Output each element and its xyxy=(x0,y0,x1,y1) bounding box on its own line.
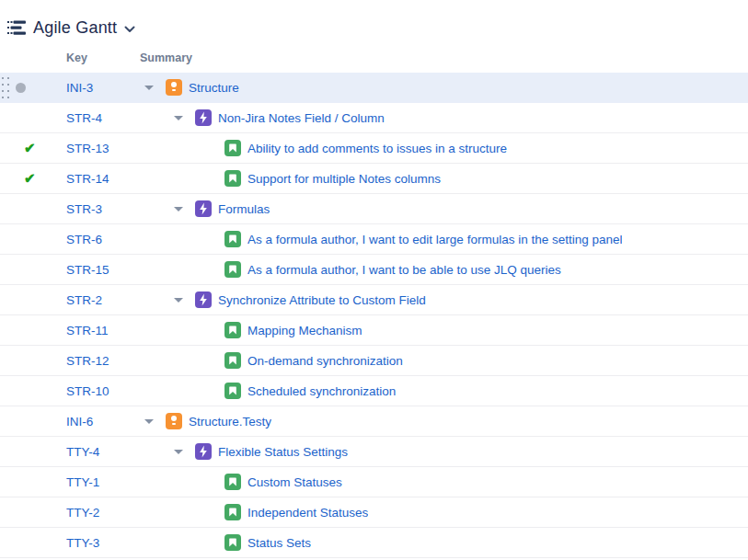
issue-summary-link[interactable]: Flexible Status Settings xyxy=(218,445,348,459)
issue-row[interactable]: ✔ STR-13 Ability to add comments to issu… xyxy=(0,133,748,164)
issue-row[interactable]: STR-6 As a formula author, I want to edi… xyxy=(0,224,748,255)
issue-key-link[interactable]: STR-3 xyxy=(66,202,140,216)
row-gutter xyxy=(0,224,66,254)
lightning-icon xyxy=(195,109,212,126)
issue-summary-link[interactable]: Structure xyxy=(189,81,239,95)
issue-summary-link[interactable]: Mapping Mechanism xyxy=(247,324,362,337)
issue-row[interactable]: STR-15 As a formula author, I want to be… xyxy=(0,255,748,285)
lightbulb-icon xyxy=(169,82,178,93)
bookmark-icon xyxy=(224,170,241,187)
bookmark-icon xyxy=(224,383,241,399)
lightning-icon xyxy=(195,291,212,308)
issue-row[interactable]: TTY-3 Status Sets xyxy=(0,528,748,558)
summary-cell: Structure.Testy xyxy=(140,406,748,436)
issue-key-link[interactable]: STR-10 xyxy=(66,384,140,398)
drag-handle-icon[interactable] xyxy=(2,77,10,99)
issue-key-link[interactable]: STR-13 xyxy=(66,142,140,155)
issue-summary-link[interactable]: Synchronize Attribute to Custom Field xyxy=(218,293,426,307)
issue-summary-link[interactable]: Scheduled synchronization xyxy=(247,384,396,398)
column-header-key[interactable]: Key xyxy=(66,51,140,64)
bookmark-icon xyxy=(224,474,241,490)
summary-cell: Non-Jira Notes Field / Column xyxy=(140,103,748,132)
row-gutter xyxy=(0,376,66,406)
issue-type-icon xyxy=(224,504,241,520)
issue-row[interactable]: INI-6 Structure.Testy xyxy=(0,406,748,437)
collapse-triangle-icon[interactable] xyxy=(169,298,195,303)
row-gutter xyxy=(0,437,66,466)
row-gutter xyxy=(0,255,66,284)
issue-type-icon xyxy=(224,534,241,551)
bookmark-icon xyxy=(224,140,241,156)
issue-key-link[interactable]: INI-3 xyxy=(66,81,140,95)
issue-summary-link[interactable]: Support for multiple Notes columns xyxy=(247,172,441,186)
issue-type-icon xyxy=(224,140,241,156)
issue-type-icon xyxy=(195,291,212,308)
lightning-icon xyxy=(195,200,212,217)
issue-summary-link[interactable]: Custom Statuses xyxy=(247,475,342,489)
issue-row[interactable]: INI-3 Structure xyxy=(0,73,748,103)
summary-cell: Scheduled synchronization xyxy=(140,376,748,406)
issue-summary-link[interactable]: Non-Jira Notes Field / Column xyxy=(218,111,385,125)
collapse-triangle-icon[interactable] xyxy=(169,207,195,211)
issue-summary-link[interactable]: On-demand synchronization xyxy=(247,354,403,368)
issue-key-link[interactable]: STR-4 xyxy=(66,111,140,125)
row-gutter xyxy=(0,285,66,314)
row-gutter: ✔ xyxy=(0,164,66,193)
row-gutter xyxy=(0,315,66,345)
issue-row[interactable]: TTY-4 Flexible Status Settings xyxy=(0,437,748,467)
issue-key-link[interactable]: STR-2 xyxy=(66,293,140,307)
bookmark-icon xyxy=(224,352,241,369)
bookmark-icon xyxy=(224,504,241,520)
issue-key-link[interactable]: STR-15 xyxy=(66,263,140,277)
lightbulb-icon xyxy=(169,416,178,427)
issue-summary-link[interactable]: Status Sets xyxy=(247,536,311,550)
issue-key-link[interactable]: TTY-1 xyxy=(66,475,140,489)
issue-key-link[interactable]: STR-12 xyxy=(66,354,140,368)
view-title: Agile Gantt xyxy=(33,18,117,38)
issue-summary-link[interactable]: Formulas xyxy=(218,202,270,216)
collapse-triangle-icon[interactable] xyxy=(140,419,166,424)
issue-type-icon xyxy=(224,322,241,338)
issue-key-link[interactable]: TTY-3 xyxy=(66,536,140,550)
summary-cell: Structure xyxy=(140,73,748,102)
issue-type-icon xyxy=(166,413,182,429)
issue-summary-link[interactable]: As a formula author, I want to be able t… xyxy=(247,263,561,277)
lightning-icon xyxy=(195,443,212,460)
issue-summary-link[interactable]: Ability to add comments to issues in a s… xyxy=(247,142,507,155)
issue-key-link[interactable]: STR-14 xyxy=(66,172,140,186)
summary-cell: On-demand synchronization xyxy=(140,346,748,375)
issue-row[interactable]: TTY-1 Custom Statuses xyxy=(0,467,748,497)
row-gutter xyxy=(0,497,66,527)
issue-summary-link[interactable]: Structure.Testy xyxy=(189,415,271,429)
row-gutter xyxy=(0,194,66,223)
issue-key-link[interactable]: STR-11 xyxy=(66,324,140,337)
issue-summary-link[interactable]: Independent Statuses xyxy=(247,506,368,520)
issue-row[interactable]: STR-12 On-demand synchronization xyxy=(0,346,748,376)
app-header: Agile Gantt xyxy=(0,0,748,42)
issue-key-link[interactable]: STR-6 xyxy=(66,233,140,246)
summary-cell: Ability to add comments to issues in a s… xyxy=(140,133,748,163)
issue-row[interactable]: TTY-2 Independent Statuses xyxy=(0,497,748,528)
issue-summary-link[interactable]: As a formula author, I want to edit larg… xyxy=(247,233,622,246)
issue-row[interactable]: STR-3 Formulas xyxy=(0,194,748,224)
issue-row[interactable]: STR-4 Non-Jira Notes Field / Column xyxy=(0,103,748,133)
issue-row[interactable]: ✔ STR-14 Support for multiple Notes colu… xyxy=(0,164,748,194)
issue-table: INI-3 Structure STR-4 Non-Jira Notes Fie… xyxy=(0,73,748,558)
summary-cell: Custom Statuses xyxy=(140,467,748,497)
issue-key-link[interactable]: TTY-2 xyxy=(66,506,140,520)
column-header-summary[interactable]: Summary xyxy=(140,51,748,64)
chevron-down-icon[interactable] xyxy=(124,26,135,33)
issue-row[interactable]: STR-10 Scheduled synchronization xyxy=(0,376,748,406)
row-gutter xyxy=(0,467,66,497)
summary-cell: Status Sets xyxy=(140,528,748,557)
summary-cell: Formulas xyxy=(140,194,748,223)
issue-row[interactable]: STR-11 Mapping Mechanism xyxy=(0,315,748,346)
issue-row[interactable]: STR-2 Synchronize Attribute to Custom Fi… xyxy=(0,285,748,315)
summary-cell: As a formula author, I want to edit larg… xyxy=(140,224,748,254)
issue-key-link[interactable]: INI-6 xyxy=(66,415,140,429)
column-header-row: Key Summary xyxy=(0,42,748,73)
issue-key-link[interactable]: TTY-4 xyxy=(66,445,140,459)
collapse-triangle-icon[interactable] xyxy=(169,450,195,454)
collapse-triangle-icon[interactable] xyxy=(169,116,195,120)
collapse-triangle-icon[interactable] xyxy=(140,86,166,90)
